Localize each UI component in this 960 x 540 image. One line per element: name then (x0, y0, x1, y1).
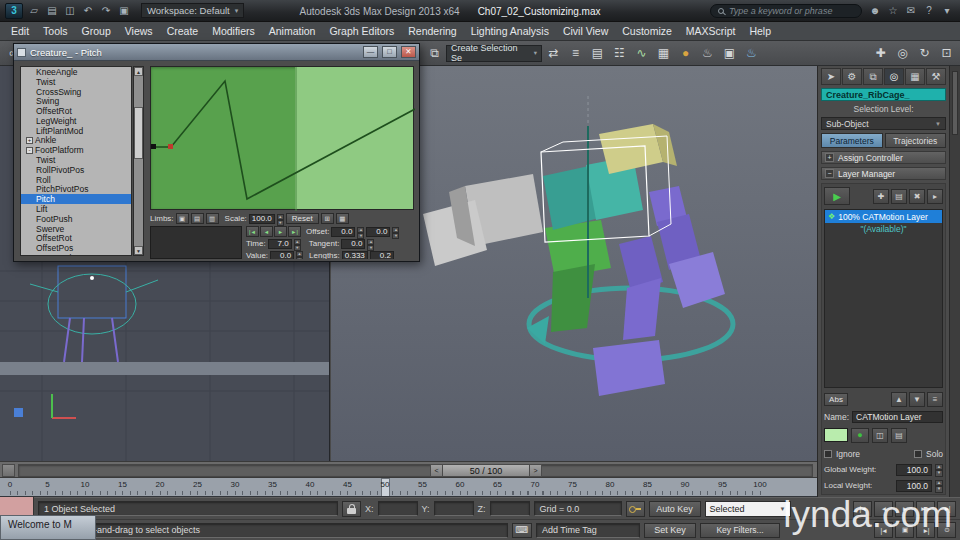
next-frame-arrow[interactable]: > (529, 464, 542, 477)
utilities-tab-icon[interactable]: ⚒ (926, 68, 946, 85)
object-name-field[interactable]: Creature_RibCage_ (821, 88, 946, 101)
layer-name-input[interactable]: CATMotion Layer (852, 411, 943, 423)
render-setup-icon[interactable]: ♨ (697, 43, 718, 64)
set-keys-button[interactable] (626, 501, 645, 517)
curve-list-item-offsetrot[interactable]: OffsetRot (21, 234, 131, 244)
track-bar[interactable]: 0510152025303540455055606570758085909510… (0, 478, 817, 497)
remove-layer-icon[interactable]: ✖ (909, 189, 925, 204)
pan-view-icon[interactable]: ✚ (870, 43, 891, 64)
time-slider-thumb[interactable]: < 50 / 100 > (430, 464, 542, 477)
subobject-dropdown[interactable]: Sub-Object▼ (821, 117, 946, 130)
layer-stack-icon[interactable]: ▤ (891, 189, 907, 204)
curve-list-item-swerve[interactable]: Swerve (21, 224, 131, 234)
curve-list-item-pitchpivotpos[interactable]: PitchPivotPos (21, 185, 131, 195)
mirror-icon[interactable]: ⇄ (543, 43, 564, 64)
local-weight-field[interactable]: 100.0 (896, 480, 932, 492)
toggle-layer-explorer-icon[interactable]: ▤ (587, 43, 608, 64)
solo-checkbox[interactable] (914, 450, 922, 458)
keyboard-override-button[interactable]: ⌨ (512, 523, 532, 538)
curve-list-item-pitch[interactable]: Pitch (21, 194, 131, 204)
offset-x-field[interactable]: 0.0 (331, 227, 355, 237)
menu-edit[interactable]: Edit (4, 25, 36, 37)
search-input[interactable] (729, 6, 849, 16)
curve-list-item-twist[interactable]: Twist (21, 155, 131, 165)
expand-icon[interactable]: + (26, 137, 33, 144)
project-folder-icon[interactable]: ▣ (116, 3, 132, 19)
curve-list-item-stepmask[interactable]: StepMask (21, 253, 131, 256)
tab-trajectories[interactable]: Trajectories (885, 133, 947, 148)
graph-grid-icon[interactable]: ⊞ (321, 213, 334, 224)
current-frame-label[interactable]: 50 / 100 (443, 464, 529, 477)
menu-maxscript[interactable]: MAXScript (679, 25, 743, 37)
time-slider[interactable]: < 50 / 100 > (0, 461, 817, 478)
lengths-b-field[interactable]: 0.2 (370, 251, 394, 260)
curve-list-item-footpush[interactable]: FootPush (21, 214, 131, 224)
favorites-icon[interactable]: ☆ (885, 3, 901, 19)
tangent-field[interactable]: 0.0 (341, 239, 365, 249)
maximize-button[interactable]: □ (382, 46, 397, 58)
curve-list-item-liftplantmod[interactable]: LiftPlantMod (21, 126, 131, 136)
scroll-up-icon[interactable]: ▲ (134, 67, 143, 76)
limb-copy-icon[interactable]: ▣ (176, 213, 189, 224)
menu-modifiers[interactable]: Modifiers (205, 25, 262, 37)
render-production-icon[interactable]: ♨ (741, 43, 762, 64)
y-coordinate-field[interactable] (434, 501, 474, 516)
menu-customize[interactable]: Customize (615, 25, 679, 37)
modify-tab-icon[interactable]: ⚙ (842, 68, 862, 85)
undo-icon[interactable]: ↶ (80, 3, 96, 19)
orbit-view-icon[interactable]: ↻ (914, 43, 935, 64)
x-coordinate-field[interactable] (378, 501, 418, 516)
abs-rel-toggle-button[interactable]: Abs (824, 393, 848, 406)
spinner[interactable]: ▲▼ (294, 239, 301, 249)
spinner[interactable]: ▲▼ (392, 227, 399, 237)
add-time-tag[interactable]: Add Time Tag (536, 523, 640, 538)
spinner[interactable]: ▲▼ (935, 480, 943, 492)
dialog-title-bar[interactable]: Creature_ - Pitch — □ ✕ (14, 44, 419, 61)
previous-key-icon[interactable]: ◄ (260, 226, 273, 237)
create-tab-icon[interactable]: ➤ (821, 68, 841, 85)
menu-create[interactable]: Create (160, 25, 206, 37)
zoom-region-icon[interactable]: ◎ (892, 43, 913, 64)
lengths-a-field[interactable]: 0.333 (342, 251, 368, 260)
redo-icon[interactable]: ↷ (98, 3, 114, 19)
selection-lock-toggle[interactable] (342, 501, 361, 517)
limb-paste-mirror-icon[interactable]: ▥ (206, 213, 219, 224)
set-key-selection-dropdown[interactable]: Selected▼ (705, 501, 791, 517)
hierarchy-tab-icon[interactable]: ⧉ (863, 68, 883, 85)
scrollbar-thumb[interactable] (952, 71, 958, 135)
curve-list-item-offsetpos[interactable]: OffsetPos (21, 243, 131, 253)
layer-color-swatch[interactable] (824, 428, 848, 442)
open-file-icon[interactable]: ▤ (44, 3, 60, 19)
new-scene-icon[interactable]: ▱ (26, 3, 42, 19)
menu-animation[interactable]: Animation (262, 25, 323, 37)
spinner[interactable]: ▲▼ (935, 464, 943, 476)
menu-views[interactable]: Views (118, 25, 160, 37)
scroll-down-icon[interactable]: ▼ (134, 246, 143, 255)
schematic-view-icon[interactable]: ▦ (653, 43, 674, 64)
auto-key-button[interactable]: Auto Key (649, 501, 701, 517)
key-filters-button[interactable]: Key Filters... (700, 523, 780, 538)
curve-list-item-rollpivotpos[interactable]: RollPivotPos (21, 165, 131, 175)
spinner[interactable]: ▲▼ (277, 214, 284, 224)
tab-parameters[interactable]: Parameters (821, 133, 883, 148)
cat-curve-dialog[interactable]: Creature_ - Pitch — □ ✕ KneeAngleTwistCr… (13, 43, 420, 262)
curve-list-item-lift[interactable]: Lift (21, 204, 131, 214)
scrollbar-thumb[interactable] (134, 107, 143, 159)
edit-named-selection-sets-icon[interactable]: ⧉ (424, 43, 445, 64)
curve-list-item-legweight[interactable]: LegWeight (21, 116, 131, 126)
layer-row-catmotion[interactable]: ❖ 100% CATMotion Layer (825, 210, 942, 223)
limb-paste-icon[interactable]: ▤ (191, 213, 204, 224)
time-slider-track[interactable] (18, 464, 813, 477)
curve-list-item-offsetrot[interactable]: OffsetRot (21, 106, 131, 116)
menu-group[interactable]: Group (75, 25, 118, 37)
rendered-frame-window-icon[interactable]: ▣ (719, 43, 740, 64)
minimize-button[interactable]: — (363, 46, 378, 58)
command-panel-scrollbar[interactable] (949, 66, 960, 497)
spinner[interactable]: ▲▼ (357, 227, 364, 237)
load-preset-icon[interactable]: ▤ (891, 428, 907, 443)
workspace-dropdown[interactable]: Workspace: Default ▾ (141, 3, 244, 18)
move-layer-up-icon[interactable]: ▲ (891, 392, 907, 407)
move-layer-down-icon[interactable]: ▼ (909, 392, 925, 407)
limb-phase-box[interactable] (150, 226, 242, 259)
global-weight-field[interactable]: 100.0 (896, 464, 932, 476)
